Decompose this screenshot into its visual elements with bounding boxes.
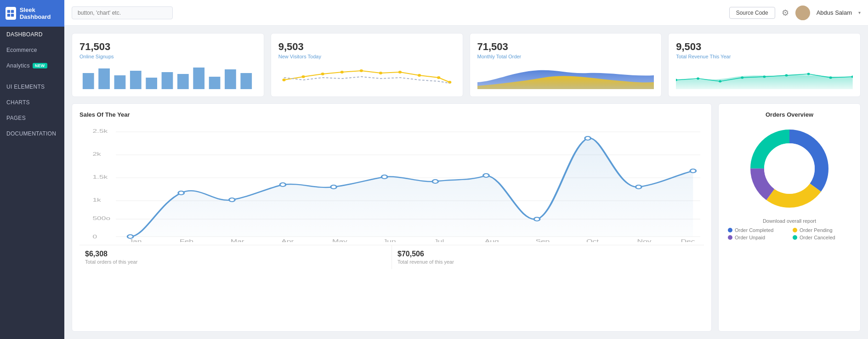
svg-text:Dec: Dec bbox=[681, 238, 695, 242]
svg-point-60 bbox=[127, 235, 133, 238]
logo-text: Sleek Dashboard bbox=[20, 6, 59, 20]
sidebar-label-dashboard: DASHBOARD bbox=[6, 31, 43, 38]
svg-point-33 bbox=[807, 73, 810, 75]
sidebar-item-dashboard[interactable]: DASHBOARD bbox=[0, 27, 64, 42]
bottom-row: Sales Of The Year 2.5k 2k 1.5k 1k 500o 0 bbox=[72, 103, 861, 332]
sales-chart-card: Sales Of The Year 2.5k 2k 1.5k 1k 500o 0 bbox=[72, 103, 712, 332]
topbar-right: Source Code ⚙ Abdus Salam ▾ bbox=[729, 6, 861, 20]
revenue-amount: $70,506 bbox=[397, 250, 698, 258]
svg-rect-3 bbox=[11, 14, 14, 17]
svg-text:Jul: Jul bbox=[434, 238, 444, 242]
download-report-link[interactable]: Download overall report bbox=[763, 218, 816, 224]
sidebar-item-charts[interactable]: CHARTS bbox=[0, 95, 64, 110]
svg-text:Feb: Feb bbox=[180, 238, 193, 242]
stat-card-monthly-order: 71,503 Monthly Total Order bbox=[470, 33, 662, 97]
svg-rect-0 bbox=[7, 10, 10, 13]
svg-point-71 bbox=[690, 169, 696, 173]
svg-rect-10 bbox=[146, 78, 157, 89]
stat-card-total-revenue: 9,503 Total Revenue This Year bbox=[668, 33, 861, 97]
svg-point-4 bbox=[800, 8, 806, 14]
svg-point-61 bbox=[178, 191, 184, 195]
svg-point-76 bbox=[764, 143, 815, 194]
svg-point-66 bbox=[432, 180, 438, 183]
svg-point-34 bbox=[829, 77, 832, 79]
stat-chart-visitors bbox=[278, 64, 455, 89]
svg-rect-13 bbox=[193, 68, 204, 89]
svg-text:1k: 1k bbox=[92, 197, 101, 203]
svg-point-28 bbox=[697, 78, 699, 80]
svg-point-26 bbox=[448, 81, 451, 84]
user-dropdown-icon[interactable]: ▾ bbox=[858, 10, 861, 15]
svg-point-20 bbox=[340, 71, 343, 73]
stats-row: 71,503 Online Signups bbox=[72, 33, 861, 97]
sales-chart-svg: 2.5k 2k 1.5k 1k 500o 0 Jan Feb M bbox=[79, 123, 704, 242]
legend-dot-completed bbox=[728, 228, 732, 232]
svg-text:Jun: Jun bbox=[383, 238, 396, 242]
legend-label-completed: Order Completed bbox=[735, 227, 773, 233]
logo-icon bbox=[6, 7, 16, 20]
svg-point-23 bbox=[398, 71, 402, 73]
svg-point-62 bbox=[229, 198, 235, 202]
sidebar-label-ui-elements: UI ELEMENTS bbox=[6, 84, 45, 90]
stat-summary-revenue: $70,506 Total revenue of this year bbox=[392, 245, 704, 269]
legend-dot-pending bbox=[793, 228, 797, 232]
sidebar-item-documentation[interactable]: DOCUMENTATION bbox=[0, 126, 64, 141]
svg-point-19 bbox=[321, 73, 324, 75]
stat-chart-signups bbox=[79, 64, 256, 89]
svg-point-31 bbox=[763, 76, 766, 78]
sidebar-label-charts: CHARTS bbox=[6, 99, 30, 106]
stat-label-visitors: New Visitors Today bbox=[278, 54, 455, 59]
sidebar-label-analytics: Analytics bbox=[6, 62, 30, 69]
orders-overview-card: Orders Overview Download overall bbox=[718, 103, 861, 332]
svg-point-69 bbox=[585, 136, 591, 140]
svg-rect-11 bbox=[162, 72, 173, 89]
sidebar-label-pages: PAGES bbox=[6, 115, 26, 121]
search-input[interactable] bbox=[72, 6, 173, 19]
svg-point-63 bbox=[280, 183, 286, 186]
svg-point-68 bbox=[534, 217, 540, 221]
svg-text:1.5k: 1.5k bbox=[92, 174, 108, 180]
legend-unpaid: Order Unpaid bbox=[728, 235, 786, 240]
stat-chart-revenue bbox=[676, 64, 853, 89]
svg-text:2k: 2k bbox=[92, 151, 101, 157]
sidebar-label-documentation: DOCUMENTATION bbox=[6, 130, 56, 137]
orders-legend: Order Completed Order Pending Order Unpa… bbox=[726, 224, 853, 240]
svg-point-17 bbox=[282, 79, 285, 81]
sidebar-item-analytics[interactable]: Analytics NEW bbox=[0, 58, 64, 73]
svg-text:2.5k: 2.5k bbox=[92, 128, 108, 134]
analytics-badge: NEW bbox=[33, 63, 47, 68]
stat-value-signups: 71,503 bbox=[79, 41, 256, 53]
stat-value-monthly: 71,503 bbox=[477, 41, 654, 53]
sidebar-item-pages[interactable]: PAGES bbox=[0, 110, 64, 126]
svg-point-70 bbox=[635, 185, 641, 189]
sidebar-label-ecommerce: Ecommerce bbox=[6, 47, 37, 53]
svg-text:Sep: Sep bbox=[535, 238, 550, 242]
legend-pending: Order Pending bbox=[793, 227, 851, 233]
legend-label-canceled: Order Canceled bbox=[800, 235, 835, 240]
orders-overview-title: Orders Overview bbox=[726, 111, 853, 118]
topbar: Source Code ⚙ Abdus Salam ▾ bbox=[64, 0, 868, 26]
stat-card-online-signups: 71,503 Online Signups bbox=[72, 33, 264, 97]
revenue-label: Total revenue of this year bbox=[397, 259, 698, 265]
legend-dot-canceled bbox=[793, 235, 797, 240]
svg-point-67 bbox=[483, 174, 489, 177]
legend-completed: Order Completed bbox=[728, 227, 786, 233]
sidebar-item-ui-elements[interactable]: UI ELEMENTS bbox=[0, 79, 64, 95]
svg-rect-12 bbox=[177, 74, 189, 89]
svg-point-65 bbox=[381, 175, 387, 179]
stat-summary-orders: $6,308 Total orders of this year bbox=[79, 245, 392, 269]
svg-point-5 bbox=[798, 15, 808, 20]
main-content: Source Code ⚙ Abdus Salam ▾ 71,503 Onlin… bbox=[64, 0, 868, 339]
stat-summary-row: $6,308 Total orders of this year $70,506… bbox=[79, 245, 704, 269]
svg-point-18 bbox=[301, 75, 305, 78]
source-code-button[interactable]: Source Code bbox=[729, 7, 775, 19]
legend-canceled: Order Canceled bbox=[793, 235, 851, 240]
svg-text:0: 0 bbox=[92, 234, 97, 239]
legend-dot-unpaid bbox=[728, 235, 732, 240]
sidebar-item-ecommerce[interactable]: Ecommerce bbox=[0, 42, 64, 58]
stat-label-signups: Online Signups bbox=[79, 54, 256, 59]
settings-icon[interactable]: ⚙ bbox=[782, 8, 789, 18]
svg-rect-2 bbox=[7, 14, 10, 17]
svg-point-22 bbox=[379, 72, 382, 74]
svg-point-29 bbox=[719, 80, 721, 83]
